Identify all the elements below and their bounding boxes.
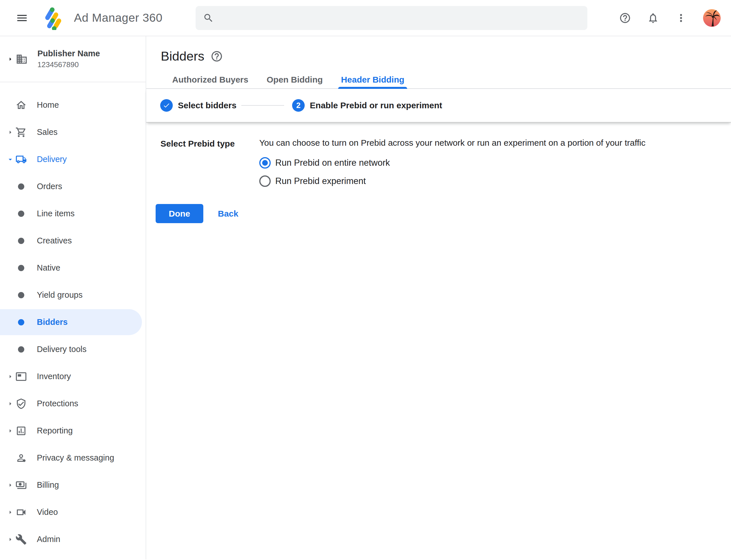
sidebar-item-label: Sales bbox=[37, 127, 58, 137]
help-icon[interactable] bbox=[211, 50, 223, 63]
radio-group: Run Prebid on entire network Run Prebid … bbox=[259, 157, 731, 187]
shield-check-icon bbox=[15, 398, 27, 409]
expand-arrow-icon[interactable] bbox=[6, 427, 14, 435]
sidebar-item-label: Delivery bbox=[37, 155, 67, 164]
step-label: Enable Prebid or run experiment bbox=[310, 101, 442, 110]
sidebar-item-label: Orders bbox=[37, 182, 62, 191]
video-camera-icon bbox=[15, 507, 27, 518]
sidebar-item-sales[interactable]: Sales bbox=[0, 119, 146, 146]
sidebar-item-label: Admin bbox=[37, 535, 60, 544]
notifications-bell-icon[interactable] bbox=[647, 12, 659, 24]
sidebar-nav: Home Sales Delivery bbox=[0, 82, 146, 553]
sidebar-item-label: Inventory bbox=[37, 372, 71, 381]
sidebar-item-label: Creatives bbox=[37, 236, 72, 245]
sidebar-item-reporting[interactable]: Reporting bbox=[0, 417, 146, 444]
app-header: Ad Manager 360 bbox=[0, 0, 731, 36]
kebab-menu-icon[interactable] bbox=[675, 12, 687, 24]
publisher-selector[interactable]: Publisher Name 1234567890 bbox=[0, 36, 146, 82]
radio-label: Run Prebid experiment bbox=[275, 176, 366, 186]
step-label: Select bidders bbox=[178, 101, 237, 110]
back-button[interactable]: Back bbox=[218, 209, 239, 219]
bullet-icon bbox=[15, 183, 27, 190]
sidebar-item-label: Line items bbox=[37, 209, 75, 218]
sidebar-item-yield-groups[interactable]: Yield groups bbox=[0, 281, 146, 309]
tab-header-bidding[interactable]: Header Bidding bbox=[332, 71, 413, 88]
tab-label: Authorized Buyers bbox=[172, 75, 249, 85]
wrench-icon bbox=[15, 534, 27, 545]
done-button[interactable]: Done bbox=[156, 204, 203, 223]
sidebar-item-label: Bidders bbox=[37, 317, 68, 327]
search-icon bbox=[203, 13, 214, 23]
step-completed-check-icon bbox=[160, 99, 173, 112]
expand-arrow-icon[interactable] bbox=[6, 128, 14, 137]
sidebar-item-label: Privacy & messaging bbox=[37, 453, 114, 463]
sidebar-item-delivery-tools[interactable]: Delivery tools bbox=[0, 336, 146, 363]
home-icon bbox=[15, 99, 27, 111]
user-avatar[interactable] bbox=[703, 9, 721, 27]
publisher-id: 1234567890 bbox=[37, 60, 100, 69]
step-select-bidders[interactable]: Select bidders bbox=[160, 99, 237, 112]
collapse-arrow-icon[interactable] bbox=[6, 155, 14, 164]
menu-icon[interactable] bbox=[16, 12, 28, 24]
sidebar-item-label: Yield groups bbox=[37, 290, 83, 300]
sidebar-item-inventory[interactable]: Inventory bbox=[0, 363, 146, 390]
expand-arrow-icon[interactable] bbox=[6, 54, 14, 64]
tab-authorized-buyers[interactable]: Authorized Buyers bbox=[163, 71, 258, 88]
step-number-badge: 2 bbox=[292, 99, 305, 112]
sidebar-item-label: Protections bbox=[37, 399, 78, 408]
radio-option-experiment[interactable]: Run Prebid experiment bbox=[259, 175, 731, 187]
inventory-icon bbox=[15, 371, 27, 382]
bullet-icon bbox=[15, 238, 27, 244]
expand-arrow-icon[interactable] bbox=[6, 481, 14, 489]
person-badge-icon bbox=[15, 452, 27, 464]
sidebar-item-protections[interactable]: Protections bbox=[0, 390, 146, 417]
truck-icon bbox=[15, 154, 27, 165]
publisher-name: Publisher Name bbox=[37, 49, 100, 58]
billing-icon bbox=[15, 479, 27, 491]
radio-option-entire-network[interactable]: Run Prebid on entire network bbox=[259, 157, 731, 169]
sidebar-item-orders[interactable]: Orders bbox=[0, 173, 146, 200]
expand-arrow-icon[interactable] bbox=[6, 535, 14, 544]
bullet-icon bbox=[15, 292, 27, 298]
ad-manager-logo-icon bbox=[42, 6, 66, 30]
sidebar-item-label: Reporting bbox=[37, 426, 73, 435]
sidebar-item-label: Delivery tools bbox=[37, 345, 87, 354]
sidebar-item-label: Home bbox=[37, 100, 59, 110]
sidebar-item-billing[interactable]: Billing bbox=[0, 471, 146, 499]
help-icon[interactable] bbox=[619, 12, 631, 24]
tab-label: Header Bidding bbox=[341, 75, 404, 85]
sidebar-item-bidders[interactable]: Bidders bbox=[0, 309, 146, 336]
sidebar-item-video[interactable]: Video bbox=[0, 499, 146, 526]
sidebar-item-delivery[interactable]: Delivery bbox=[0, 146, 146, 173]
active-tab-underline bbox=[338, 87, 407, 89]
tab-open-bidding[interactable]: Open Bidding bbox=[258, 71, 332, 88]
sidebar-item-privacy-messaging[interactable]: Privacy & messaging bbox=[0, 444, 146, 471]
search-input[interactable] bbox=[214, 6, 587, 30]
prebid-type-form: Select Prebid type You can choose to tur… bbox=[146, 123, 731, 223]
tab-label: Open Bidding bbox=[267, 75, 323, 85]
sidebar: Publisher Name 1234567890 Home Sales bbox=[0, 36, 146, 559]
main-content: Bidders Authorized Buyers Open Bidding H… bbox=[146, 36, 731, 559]
sidebar-item-label: Native bbox=[37, 263, 60, 273]
sidebar-item-native[interactable]: Native bbox=[0, 254, 146, 281]
bullet-icon bbox=[15, 346, 27, 353]
sidebar-item-home[interactable]: Home bbox=[0, 91, 146, 119]
radio-unselected-icon[interactable] bbox=[259, 175, 271, 187]
sidebar-item-admin[interactable]: Admin bbox=[0, 526, 146, 553]
expand-arrow-icon[interactable] bbox=[6, 508, 14, 517]
bullet-icon bbox=[15, 319, 27, 325]
sidebar-item-line-items[interactable]: Line items bbox=[0, 200, 146, 227]
sidebar-item-creatives[interactable]: Creatives bbox=[0, 227, 146, 254]
search-bar bbox=[196, 6, 587, 30]
app-title: Ad Manager 360 bbox=[74, 11, 163, 25]
sidebar-item-label: Billing bbox=[37, 480, 59, 490]
expand-arrow-icon[interactable] bbox=[6, 372, 14, 381]
bullet-icon bbox=[15, 211, 27, 217]
bullet-icon bbox=[15, 265, 27, 271]
header-actions bbox=[619, 9, 731, 27]
radio-selected-icon[interactable] bbox=[259, 157, 271, 169]
step-connector bbox=[241, 105, 284, 106]
step-enable-prebid[interactable]: 2 Enable Prebid or run experiment bbox=[292, 99, 442, 112]
sidebar-item-label: Video bbox=[37, 507, 58, 517]
expand-arrow-icon[interactable] bbox=[6, 399, 14, 408]
